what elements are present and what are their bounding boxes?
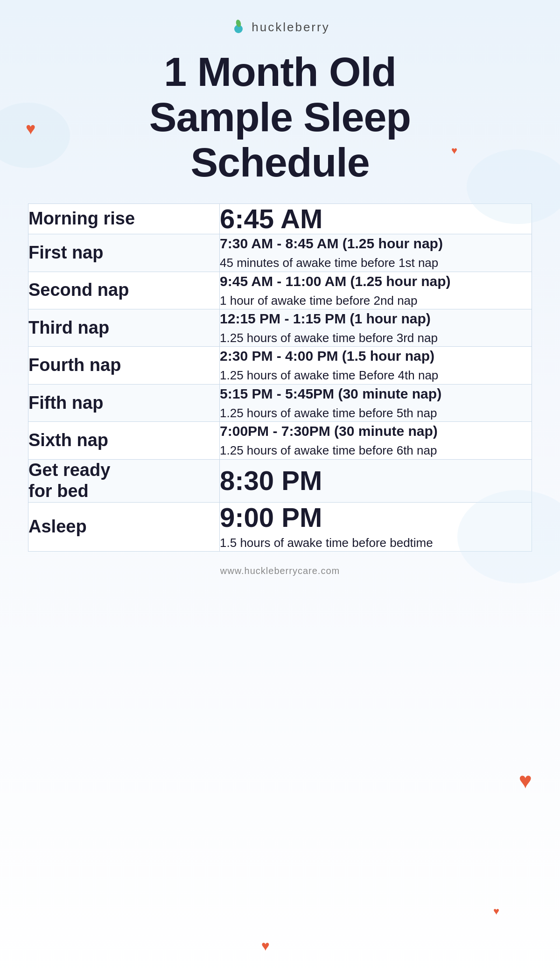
row-value-first-nap: 7:30 AM - 8:45 AM (1.25 hour nap) 45 min…: [220, 234, 532, 272]
heart-decoration-bottom-right: ♥: [493, 905, 499, 917]
table-row: Sixth nap 7:00PM - 7:30PM (30 minute nap…: [28, 422, 532, 459]
row-label-third-nap: Third nap: [28, 309, 220, 346]
row-label-get-ready: Get readyfor bed: [28, 459, 220, 502]
row-label-fifth-nap: Fifth nap: [28, 384, 220, 421]
table-row: First nap 7:30 AM - 8:45 AM (1.25 hour n…: [28, 234, 532, 272]
row-value-sixth-nap: 7:00PM - 7:30PM (30 minute nap) 1.25 hou…: [220, 422, 532, 459]
row-label-sixth-nap: Sixth nap: [28, 422, 220, 459]
page-wrapper: ♥ ♥ ♥ ♥ ♥ huckleberry 1 Month Old Sample…: [0, 0, 560, 980]
row-value-get-ready: 8:30 PM: [220, 459, 532, 502]
website-url: www.huckleberrycare.com: [220, 566, 340, 576]
logo-row: huckleberry: [230, 19, 329, 35]
table-row: Asleep 9:00 PM 1.5 hours of awake time b…: [28, 502, 532, 551]
heart-decoration-top-right: ♥: [451, 145, 457, 157]
row-value-fourth-nap: 2:30 PM - 4:00 PM (1.5 hour nap) 1.25 ho…: [220, 347, 532, 384]
table-row: Third nap 12:15 PM - 1:15 PM (1 hour nap…: [28, 309, 532, 346]
row-value-third-nap: 12:15 PM - 1:15 PM (1 hour nap) 1.25 hou…: [220, 309, 532, 346]
schedule-table: Morning rise 6:45 AM First nap 7:30 AM -…: [28, 203, 532, 552]
footer: www.huckleberrycare.com: [28, 566, 532, 576]
row-value-fifth-nap: 5:15 PM - 5:45PM (30 minute nap) 1.25 ho…: [220, 384, 532, 421]
heart-decoration-top-left: ♥: [26, 119, 35, 139]
row-label-first-nap: First nap: [28, 234, 220, 272]
row-label-asleep: Asleep: [28, 502, 220, 551]
row-label-fourth-nap: Fourth nap: [28, 347, 220, 384]
heart-decoration-mid-right: ♥: [519, 768, 532, 793]
table-row: Fourth nap 2:30 PM - 4:00 PM (1.5 hour n…: [28, 347, 532, 384]
table-row: Second nap 9:45 AM - 11:00 AM (1.25 hour…: [28, 272, 532, 309]
table-row: Morning rise 6:45 AM: [28, 204, 532, 234]
row-label-second-nap: Second nap: [28, 272, 220, 309]
row-label-morning-rise: Morning rise: [28, 204, 220, 234]
page-title: 1 Month Old Sample Sleep Schedule: [28, 49, 532, 185]
table-row: Get readyfor bed 8:30 PM: [28, 459, 532, 502]
table-row: Fifth nap 5:15 PM - 5:45PM (30 minute na…: [28, 384, 532, 421]
heart-decoration-bottom-center: ♥: [261, 938, 270, 954]
huckleberry-logo-icon: [230, 19, 247, 35]
row-value-second-nap: 9:45 AM - 11:00 AM (1.25 hour nap) 1 hou…: [220, 272, 532, 309]
logo-area: huckleberry: [28, 19, 532, 40]
logo-text: huckleberry: [252, 20, 329, 35]
